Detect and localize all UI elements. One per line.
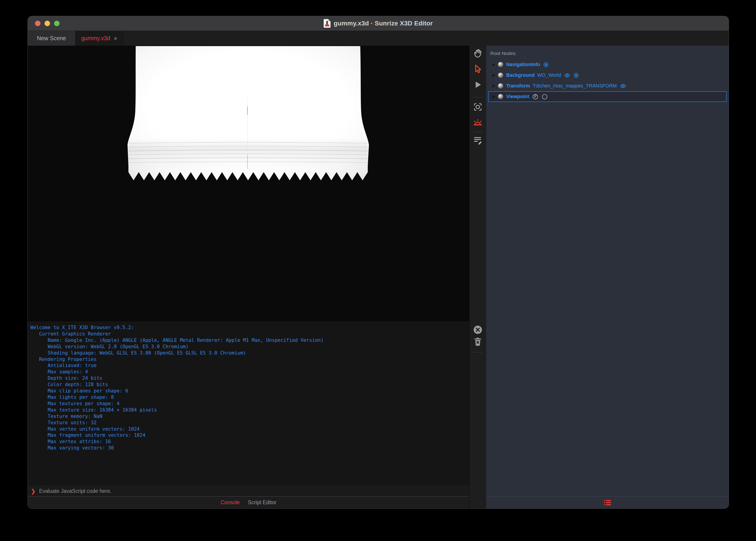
console-line: Max textures per shape: 4 bbox=[30, 401, 469, 407]
console-line: WebGL version: WebGL 2.0 (OpenGL ES 3.0 … bbox=[30, 344, 469, 350]
console-line: Texture units: 32 bbox=[30, 420, 469, 426]
toolbar-divider bbox=[473, 132, 482, 132]
bottom-tab-bar: Console Script Editor bbox=[28, 496, 469, 509]
node-def-label: WO_World bbox=[537, 72, 561, 78]
tab-bar-filler bbox=[123, 31, 729, 46]
node-sphere-icon bbox=[498, 83, 503, 89]
select-arrow-icon[interactable] bbox=[473, 64, 483, 74]
tab-gummy-x3d[interactable]: gummy.x3d × bbox=[75, 31, 123, 46]
tab-label: gummy.x3d bbox=[81, 35, 110, 42]
tool-circle-icon[interactable] bbox=[532, 94, 538, 100]
pan-hand-icon[interactable] bbox=[473, 48, 483, 58]
tab-new-scene[interactable]: New Scene bbox=[28, 31, 75, 46]
console-line: Current Graphics Renderer bbox=[30, 331, 469, 337]
tree-row-navigationinfo[interactable]: NavigationInfo bbox=[486, 59, 729, 70]
title-bar[interactable]: gummy.x3d · Sunrize X3D Editor bbox=[28, 16, 729, 31]
expand-triangle-icon[interactable] bbox=[493, 74, 495, 77]
expand-triangle-icon[interactable] bbox=[493, 85, 495, 88]
snapshot-icon[interactable] bbox=[473, 102, 483, 112]
console-line: Max lights per shape: 8 bbox=[30, 394, 469, 401]
console-line: Max clip planes per shape: 6 bbox=[30, 388, 469, 394]
prompt-chevron-icon: ❯ bbox=[31, 488, 35, 494]
list-icon[interactable] bbox=[604, 500, 611, 506]
gummy-bag-3d-object[interactable] bbox=[127, 46, 370, 182]
node-type-label: Background bbox=[506, 72, 535, 78]
node-sphere-icon bbox=[498, 73, 503, 78]
desktop: { "window": { "title": "gummy.x3d · Sunr… bbox=[0, 0, 756, 541]
node-type-label: Viewpoint bbox=[506, 94, 529, 100]
tab-script-editor[interactable]: Script Editor bbox=[248, 499, 276, 506]
left-column: Welcome to X_ITE X3D Browser v9.5.2: Cur… bbox=[28, 46, 469, 509]
eye-icon[interactable] bbox=[620, 83, 626, 89]
tree-row-transform[interactable]: Transform Tütchen_rissc_mappes_TRANSFORM bbox=[486, 81, 729, 91]
script-edit-icon[interactable] bbox=[473, 135, 483, 145]
app-window: gummy.x3d · Sunrize X3D Editor New Scene… bbox=[28, 16, 729, 509]
console-line: Depth size: 24 bits bbox=[30, 375, 469, 381]
expand-triangle-icon[interactable] bbox=[493, 63, 495, 66]
expand-triangle-icon[interactable] bbox=[493, 95, 495, 98]
node-type-label: NavigationInfo bbox=[506, 62, 540, 67]
console-line: Name: Google Inc. (Apple) ANGLE (Apple, … bbox=[30, 337, 469, 344]
console-line: Welcome to X_ITE X3D Browser v9.5.2: bbox=[30, 324, 469, 331]
tree-row-background[interactable]: Background WO_World bbox=[486, 70, 729, 81]
console-line: Antialiased: true bbox=[30, 362, 469, 369]
console-line: Rendering Properties bbox=[30, 356, 469, 363]
console-output[interactable]: Welcome to X_ITE X3D Browser v9.5.2: Cur… bbox=[28, 321, 469, 486]
bound-icon[interactable] bbox=[543, 62, 549, 68]
console-line: Shading language: WebGL GLSL ES 3.00 (Op… bbox=[30, 350, 469, 356]
js-eval-input[interactable] bbox=[39, 488, 469, 494]
node-sphere-icon bbox=[498, 62, 503, 67]
document-icon bbox=[324, 19, 330, 28]
tab-label: New Scene bbox=[37, 35, 66, 42]
console-line: Color depth: 128 bits bbox=[30, 381, 469, 388]
window-title: gummy.x3d · Sunrize X3D Editor bbox=[334, 20, 433, 27]
close-tab-icon[interactable]: × bbox=[114, 35, 117, 41]
outline-header: Root Nodes bbox=[486, 46, 729, 59]
console-line: Texture memory: NaN bbox=[30, 413, 469, 420]
main-area: Welcome to X_ITE X3D Browser v9.5.2: Cur… bbox=[28, 46, 729, 509]
clear-console-icon[interactable] bbox=[473, 325, 483, 335]
js-input-row: ❯ bbox=[28, 486, 469, 496]
tree-row-viewpoint[interactable]: Viewpoint bbox=[488, 91, 727, 102]
outline-footer bbox=[486, 496, 729, 509]
node-tree: NavigationInfo Background WO_World bbox=[486, 59, 729, 496]
console-line: Max vertex attribs: 16 bbox=[30, 439, 469, 445]
tab-console[interactable]: Console bbox=[220, 499, 240, 506]
empty-circle-icon[interactable] bbox=[541, 94, 548, 100]
console-line: Max texture size: 16384 × 16384 pixels bbox=[30, 407, 469, 413]
trash-icon[interactable] bbox=[473, 336, 483, 346]
eye-icon[interactable] bbox=[564, 72, 570, 79]
window-title-group: gummy.x3d · Sunrize X3D Editor bbox=[28, 16, 729, 31]
bound-icon[interactable] bbox=[573, 72, 579, 78]
play-icon[interactable] bbox=[473, 80, 483, 90]
console-line: Max varying vectors: 30 bbox=[30, 445, 469, 451]
viewport-toolbar bbox=[469, 46, 486, 509]
console-line: Max fragment uniform vectors: 1024 bbox=[30, 432, 469, 439]
node-sphere-icon bbox=[498, 94, 503, 99]
console-line: Max vertex uniform vectors: 1024 bbox=[30, 426, 469, 432]
node-type-label: Transform bbox=[506, 83, 530, 89]
node-def-label: Tütchen_rissc_mappes_TRANSFORM bbox=[533, 83, 617, 89]
console-line: Max samples: 4 bbox=[30, 369, 469, 375]
tab-bar: New Scene gummy.x3d × bbox=[28, 31, 729, 46]
3d-viewport[interactable] bbox=[28, 46, 469, 321]
sunrise-light-icon[interactable] bbox=[473, 118, 483, 128]
outline-panel: Root Nodes NavigationInfo Background WO_… bbox=[486, 46, 729, 509]
